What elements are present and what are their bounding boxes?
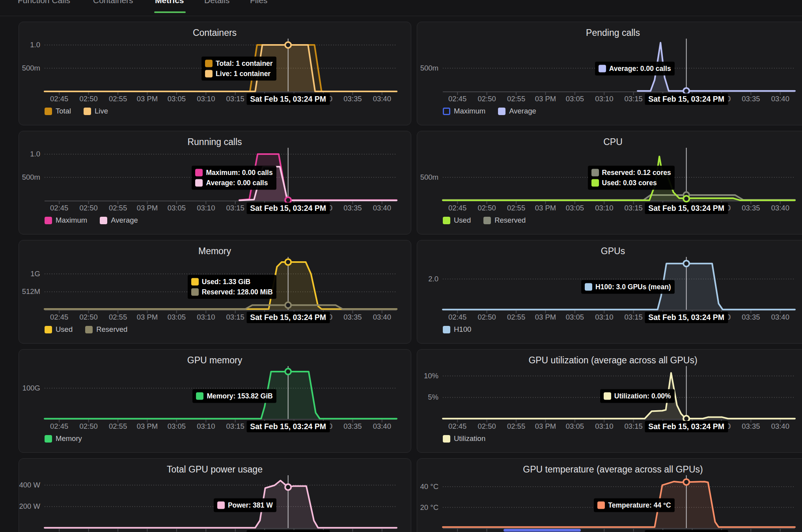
series-color-swatch: [205, 70, 213, 78]
x-axis-label: 03:35: [742, 313, 760, 322]
tooltip-entry: Average: 0.00 calls: [599, 65, 671, 73]
legend-item-used[interactable]: Used: [443, 216, 471, 225]
tooltip-text: Used: 0.03 cores: [602, 179, 657, 187]
legend-item-h100[interactable]: H100: [443, 325, 471, 334]
series-color-swatch: [205, 60, 213, 67]
series-color-swatch: [597, 502, 605, 509]
x-axis-label: 02:50: [79, 313, 97, 322]
tooltip-text: Live: 1 container: [216, 70, 270, 78]
legend-item-reserved[interactable]: Reserved: [85, 325, 127, 334]
legend-item-used[interactable]: Used: [45, 325, 73, 334]
x-axis-label: 03 PM: [137, 204, 158, 212]
x-axis-label: 03:15: [226, 422, 244, 431]
y-axis-label: 500m: [417, 64, 438, 73]
x-axis-label: 03:10: [595, 313, 613, 322]
tooltip-text: Total: 1 container: [216, 60, 273, 68]
x-axis-label: 03:05: [168, 95, 186, 103]
crosshair-date-tooltip: Sat Feb 15, 03:24 PM: [645, 203, 728, 214]
x-axis-label: 02:45: [448, 95, 466, 103]
data-point-marker: [285, 42, 291, 48]
legend-item-maximum[interactable]: Maximum: [443, 107, 485, 115]
x-axis-label: 02:45: [50, 204, 68, 212]
legend-item-memory[interactable]: Memory: [45, 434, 82, 443]
legend-color-swatch: [45, 217, 52, 224]
tab-containers[interactable]: Containers: [93, 0, 133, 5]
x-axis-label: 02:45: [50, 95, 68, 103]
crosshair-date-tooltip: Sat Feb 15, 03:24 PM: [246, 203, 330, 214]
chart-card-gpu-memory: GPU memory100G02:4502:5002:5503 PM03:050…: [19, 349, 411, 453]
horizontal-scrollbar-thumb[interactable]: [504, 529, 581, 532]
series-tooltip: Total: 1 containerLive: 1 container: [201, 57, 276, 81]
tab-function-calls[interactable]: Function Calls: [18, 0, 70, 5]
chart-plot[interactable]: [417, 459, 802, 532]
legend-label: Maximum: [454, 107, 485, 115]
crosshair-date-tooltip: Sat Feb 15, 03:24 PM: [645, 530, 728, 532]
crosshair-date-tooltip: Sat Feb 15, 03:24 PM: [246, 312, 330, 323]
chart-plot[interactable]: [19, 459, 412, 532]
legend-item-average[interactable]: Average: [100, 216, 138, 225]
chart-legend: UsedReserved: [443, 216, 526, 225]
legend-color-swatch: [45, 108, 52, 115]
legend-color-swatch: [84, 108, 91, 115]
series-tooltip: Memory: 153.82 GiB: [192, 389, 276, 403]
y-axis-label: 2.0: [417, 275, 438, 283]
tooltip-text: Maximum: 0.00 calls: [206, 169, 272, 177]
series-tooltip: Average: 0.00 calls: [595, 62, 675, 76]
legend-label: Memory: [56, 434, 82, 443]
tooltip-entry: Total: 1 container: [205, 60, 273, 68]
tab-details[interactable]: Details: [204, 0, 229, 5]
legend-item-reserved[interactable]: Reserved: [483, 216, 526, 225]
active-tab-underline: [154, 11, 186, 13]
x-axis-label: 03:35: [343, 204, 362, 212]
chart-legend: MaximumAverage: [443, 107, 536, 115]
legend-item-utilization[interactable]: Utilization: [443, 434, 485, 443]
legend-label: Utilization: [454, 434, 485, 443]
y-axis-label: 40 °C: [417, 482, 438, 491]
crosshair-date-tooltip: Sat Feb 15, 03:24 PM: [645, 421, 728, 432]
legend-item-maximum[interactable]: Maximum: [45, 216, 87, 225]
x-axis-label: 03:40: [771, 95, 789, 103]
series-color-swatch: [191, 288, 199, 296]
legend-label: H100: [454, 325, 471, 334]
tab-metrics[interactable]: Metrics: [155, 0, 184, 5]
legend-label: Used: [56, 325, 73, 334]
x-axis-label: 02:45: [448, 313, 466, 322]
series-color-swatch: [591, 179, 599, 187]
x-axis-label: 03:05: [168, 313, 186, 322]
x-axis-label: 03:35: [343, 422, 362, 431]
legend-color-swatch: [443, 108, 450, 115]
legend-item-live[interactable]: Live: [84, 107, 108, 115]
y-axis-label: 512M: [19, 287, 40, 296]
x-axis-label: 03:05: [168, 204, 186, 212]
x-axis-label: 03:15: [226, 204, 244, 212]
data-point-marker: [683, 196, 689, 202]
legend-label: Used: [454, 216, 471, 225]
legend-item-total[interactable]: Total: [45, 107, 71, 115]
x-axis-label: 03:35: [742, 422, 760, 431]
x-axis-label: 02:50: [79, 95, 97, 103]
tooltip-text: Utilization: 0.00%: [614, 392, 671, 400]
series-tooltip: Used: 1.33 GiBReserved: 128.00 MiB: [188, 275, 276, 299]
tooltip-entry: Average: 0.00 calls: [195, 179, 272, 187]
tab-files[interactable]: Files: [250, 0, 267, 5]
x-axis-label: 02:50: [477, 313, 496, 322]
x-axis-label: 03 PM: [535, 95, 556, 103]
series-tooltip: H100: 3.0 GPUs (mean): [581, 280, 675, 294]
x-axis-label: 03:10: [197, 95, 215, 103]
series-color-swatch: [585, 283, 592, 291]
series-color-swatch: [191, 278, 199, 286]
y-axis-label: 1.0: [19, 150, 40, 158]
tooltip-text: Memory: 153.82 GiB: [207, 392, 272, 400]
tooltip-text: Used: 1.33 GiB: [202, 278, 251, 286]
y-axis-label: 100G: [19, 384, 40, 392]
legend-label: Live: [95, 107, 108, 115]
chart-card-gpu-power: Total GPU power usage400 W200 W02:4502:5…: [19, 458, 411, 532]
series-tooltip: Utilization: 0.00%: [600, 389, 675, 403]
x-axis-label: 02:50: [477, 95, 496, 103]
data-point-marker: [683, 479, 689, 485]
series-color-swatch: [195, 169, 203, 177]
crosshair-date-tooltip: Sat Feb 15, 03:24 PM: [645, 312, 728, 323]
legend-item-average[interactable]: Average: [498, 107, 536, 115]
tooltip-text: H100: 3.0 GPUs (mean): [595, 283, 671, 291]
x-axis-label: 02:55: [109, 422, 127, 431]
